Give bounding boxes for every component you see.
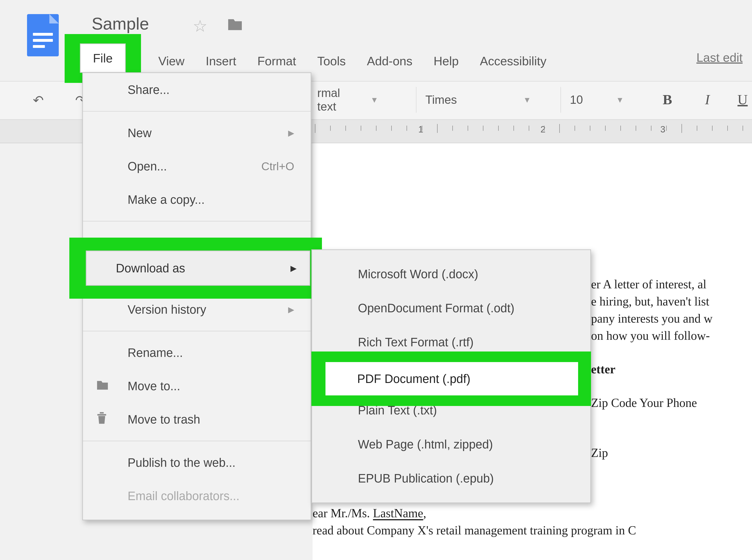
submenu-item-epub[interactable]: EPUB Publication (.epub) bbox=[312, 461, 590, 496]
font-size-select[interactable]: 10 ▼ bbox=[560, 87, 631, 113]
annotation-pdf-highlight: PDF Document (.pdf) bbox=[311, 352, 591, 406]
menu-item-open[interactable]: Open...Ctrl+O bbox=[83, 149, 311, 183]
submenu-item-label: OpenDocument Format (.odt) bbox=[358, 301, 515, 315]
document-body-text-lower: ear Mr./Ms. LastName, read about Company… bbox=[312, 505, 752, 539]
menu-item-label: Download as bbox=[116, 261, 185, 275]
menu-tools[interactable]: Tools bbox=[307, 50, 356, 72]
paragraph-style-value: rmal text bbox=[317, 86, 361, 114]
undo-button[interactable]: ↶ bbox=[33, 93, 44, 108]
submenu-item-label: EPUB Publication (.epub) bbox=[358, 472, 494, 485]
submenu-item-docx[interactable]: Microsoft Word (.docx) bbox=[312, 257, 590, 291]
folder-icon[interactable] bbox=[227, 16, 243, 35]
submenu-item-label: PDF Document (.pdf) bbox=[357, 372, 470, 386]
folder-icon bbox=[96, 379, 109, 394]
menu-insert[interactable]: Insert bbox=[195, 50, 247, 72]
chevron-down-icon: ▼ bbox=[523, 95, 531, 104]
menu-help[interactable]: Help bbox=[423, 50, 469, 72]
menu-item-email-collaborators: Email collaborators... bbox=[83, 479, 311, 513]
font-family-value: Times bbox=[425, 93, 457, 106]
menu-item-label: New bbox=[128, 126, 152, 140]
font-size-value: 10 bbox=[570, 93, 583, 106]
submenu-item-odt[interactable]: OpenDocument Format (.odt) bbox=[312, 291, 590, 325]
menu-item-label: Make a copy... bbox=[128, 193, 205, 207]
submenu-item-label: Rich Text Format (.rtf) bbox=[358, 335, 474, 349]
menu-separator bbox=[83, 111, 311, 112]
ruler-num-1: 1 bbox=[418, 124, 423, 135]
menu-item-make-copy[interactable]: Make a copy... bbox=[83, 183, 311, 216]
chevron-down-icon: ▼ bbox=[370, 95, 378, 104]
ruler-num-2: 2 bbox=[540, 124, 545, 135]
menu-format[interactable]: Format bbox=[247, 50, 307, 72]
paragraph-style-select[interactable]: rmal text ▼ bbox=[308, 87, 385, 113]
menu-item-label: Rename... bbox=[128, 346, 183, 360]
menu-item-publish[interactable]: Publish to the web... bbox=[83, 446, 311, 479]
star-icon[interactable]: ☆ bbox=[193, 16, 208, 36]
menu-item-label: Share... bbox=[128, 83, 170, 97]
submenu-item-label: Microsoft Word (.docx) bbox=[358, 267, 478, 281]
chevron-right-icon: ▶ bbox=[290, 263, 296, 273]
menu-item-label: Move to... bbox=[128, 379, 180, 393]
menu-item-label: Publish to the web... bbox=[128, 456, 235, 469]
menu-item-move-to[interactable]: Move to... bbox=[83, 369, 311, 403]
font-family-select[interactable]: Times ▼ bbox=[416, 87, 538, 113]
menu-item-label: Open... bbox=[128, 159, 167, 173]
menu-item-share[interactable]: Share... bbox=[83, 73, 311, 106]
menu-item-rename[interactable]: Rename... bbox=[83, 336, 311, 369]
document-body-text: er A letter of interest, al e hiring, bu… bbox=[591, 276, 752, 462]
menu-item-label: Version history bbox=[128, 303, 206, 317]
menu-item-new[interactable]: New▶ bbox=[83, 116, 311, 149]
chevron-down-icon: ▼ bbox=[616, 95, 624, 104]
document-title[interactable]: Sample bbox=[92, 14, 149, 33]
menu-item-label: Email collaborators... bbox=[128, 489, 239, 503]
menu-addons[interactable]: Add-ons bbox=[356, 50, 423, 72]
submenu-item-pdf[interactable]: PDF Document (.pdf) bbox=[326, 362, 578, 395]
underline-button[interactable]: U bbox=[729, 92, 752, 108]
submenu-item-html[interactable]: Web Page (.html, zipped) bbox=[312, 427, 590, 461]
docs-app-icon[interactable] bbox=[27, 14, 59, 56]
menu-separator bbox=[83, 331, 311, 331]
italic-button[interactable]: I bbox=[693, 92, 721, 108]
menu-item-download-as[interactable]: Download as ▶ bbox=[86, 251, 310, 286]
annotation-download-as-highlight: Download as ▶ bbox=[69, 238, 322, 299]
trash-icon bbox=[96, 411, 108, 428]
chevron-right-icon: ▶ bbox=[288, 128, 294, 138]
last-edit-link[interactable]: Last edit bbox=[696, 51, 743, 64]
bold-button[interactable]: B bbox=[653, 92, 681, 108]
menu-accessibility[interactable]: Accessibility bbox=[469, 50, 557, 72]
menu-file[interactable]: File bbox=[80, 43, 126, 73]
chevron-right-icon: ▶ bbox=[288, 305, 294, 314]
ruler-num-3: 3 bbox=[660, 124, 665, 135]
menu-view[interactable]: View bbox=[148, 50, 195, 72]
menu-item-label: Move to trash bbox=[128, 413, 200, 426]
menu-item-move-to-trash[interactable]: Move to trash bbox=[83, 403, 311, 436]
keyboard-shortcut: Ctrl+O bbox=[261, 160, 294, 173]
menu-separator bbox=[83, 441, 311, 441]
menu-separator bbox=[83, 221, 311, 221]
submenu-item-label: Web Page (.html, zipped) bbox=[358, 437, 493, 451]
